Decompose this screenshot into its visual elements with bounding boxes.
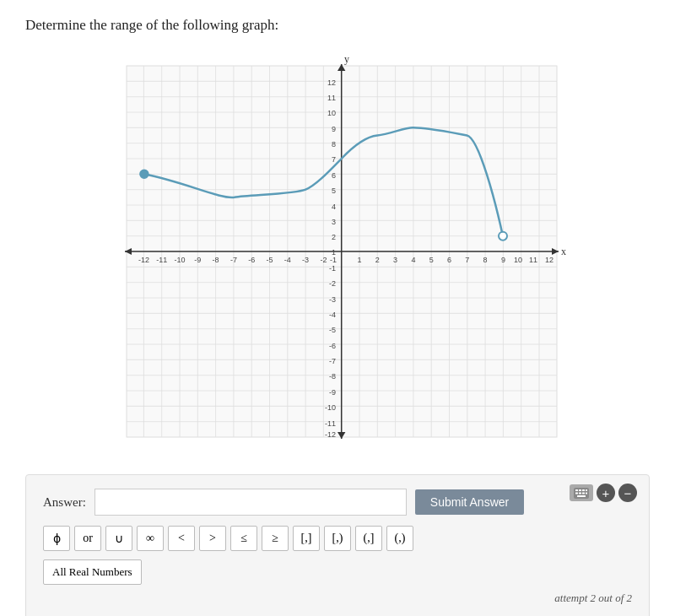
svg-text:11: 11 [327,94,336,102]
svg-text:x: x [561,246,566,257]
svg-text:12: 12 [327,78,336,87]
svg-text:6: 6 [332,171,336,180]
infinity-button[interactable]: ∞ [137,526,164,551]
svg-text:2: 2 [332,233,336,241]
svg-text:10: 10 [327,109,336,117]
svg-text:-2: -2 [329,279,336,288]
svg-text:-7: -7 [230,256,237,264]
svg-text:-5: -5 [329,326,336,334]
svg-text:-6: -6 [329,342,336,350]
svg-text:12: 12 [545,256,554,264]
svg-text:-1: -1 [330,256,337,264]
less-than-button[interactable]: < [168,526,195,551]
svg-text:2: 2 [375,256,380,264]
svg-text:5: 5 [332,186,336,195]
answer-section: + − Answer: Submit Answer ϕ or ∪ ∞ < > ≤… [25,474,650,616]
svg-text:6: 6 [447,256,451,264]
union-button[interactable]: ∪ [105,526,132,551]
svg-rect-107 [579,489,581,491]
svg-text:9: 9 [332,125,336,133]
extra-buttons-row: All Real Numbers [43,559,632,585]
svg-text:9: 9 [501,256,505,264]
svg-text:-11: -11 [325,419,336,428]
svg-rect-110 [575,492,578,494]
svg-text:10: 10 [514,256,522,264]
submit-button[interactable]: Submit Answer [415,489,524,515]
svg-text:-10: -10 [325,403,336,412]
svg-text:7: 7 [332,155,336,164]
svg-rect-106 [575,489,578,491]
zoom-in-button[interactable]: + [597,484,615,502]
svg-text:-10: -10 [174,256,185,264]
svg-text:8: 8 [332,140,336,149]
svg-text:-4: -4 [284,256,291,264]
greater-equal-button[interactable]: ≥ [262,526,289,551]
svg-text:-12: -12 [325,430,336,439]
svg-point-104 [499,232,507,240]
svg-text:-5: -5 [266,256,273,264]
graph-svg: x y -12 -11 -10 -9 -8 -7 -6 -5 -4 -3 -2 … [101,49,574,454]
keyboard-icon [570,484,593,501]
svg-rect-108 [582,489,585,491]
less-equal-button[interactable]: ≤ [230,526,257,551]
svg-text:y: y [344,53,349,65]
svg-text:-12: -12 [138,256,149,264]
svg-rect-111 [579,492,581,494]
svg-text:4: 4 [332,203,336,211]
phi-button[interactable]: ϕ [43,526,70,551]
or-button[interactable]: or [74,526,101,551]
open-interval-button[interactable]: (,) [386,526,413,551]
answer-input[interactable] [94,489,407,516]
answer-label: Answer: [43,495,86,510]
svg-text:7: 7 [465,256,469,264]
svg-text:-11: -11 [156,256,167,264]
svg-text:8: 8 [483,256,488,264]
svg-text:-1: -1 [329,264,336,273]
svg-text:1: 1 [332,248,336,257]
svg-rect-109 [586,489,587,491]
all-real-numbers-button[interactable]: All Real Numbers [43,559,142,585]
question-text: Determine the range of the following gra… [25,17,650,34]
svg-text:11: 11 [529,256,537,264]
svg-text:-9: -9 [329,388,336,397]
top-controls: + − [570,484,637,502]
svg-text:3: 3 [393,256,397,264]
svg-text:-7: -7 [329,357,336,365]
svg-text:1: 1 [357,256,361,264]
greater-than-button[interactable]: > [199,526,226,551]
svg-text:-3: -3 [329,295,336,304]
svg-rect-113 [586,492,587,494]
svg-text:3: 3 [332,218,336,226]
zoom-out-button[interactable]: − [618,484,637,502]
left-closed-interval-button[interactable]: [,) [324,526,351,551]
attempt-text: attempt 2 out of 2 [43,592,632,605]
svg-point-103 [140,170,148,178]
svg-text:-9: -9 [194,256,201,264]
right-closed-interval-button[interactable]: (,] [355,526,382,551]
svg-text:-2: -2 [320,256,327,264]
svg-text:4: 4 [411,256,415,264]
svg-text:-6: -6 [248,256,255,264]
svg-text:-4: -4 [329,311,336,319]
svg-text:5: 5 [429,256,434,264]
svg-text:-8: -8 [329,372,336,381]
graph-container: x y -12 -11 -10 -9 -8 -7 -6 -5 -4 -3 -2 … [25,49,650,454]
symbols-row: ϕ or ∪ ∞ < > ≤ ≥ [,] [,) (,] (,) [43,526,632,551]
answer-row: Answer: Submit Answer [43,489,632,516]
closed-interval-button[interactable]: [,] [293,526,320,551]
svg-rect-114 [577,495,586,497]
svg-rect-112 [582,492,585,494]
svg-text:-3: -3 [302,256,309,264]
svg-text:-8: -8 [213,256,219,264]
